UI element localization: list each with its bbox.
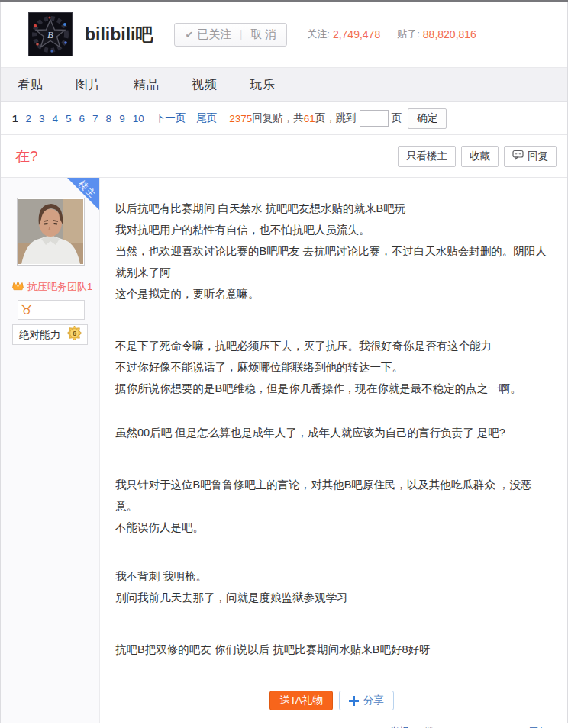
page-link-6[interactable]: 6 xyxy=(79,113,86,124)
pagination-bar: 1 2 3 4 5 6 7 8 9 10 下一页 尾页 2375 回复贴，共 6… xyxy=(1,102,567,135)
share-plus-icon xyxy=(349,696,359,706)
tab-games[interactable]: 玩乐 xyxy=(250,77,292,93)
post-block: 楼主 xyxy=(1,177,567,723)
avatar-image xyxy=(18,199,83,264)
followers-stat: 关注: 2,749,478 xyxy=(307,27,380,41)
author-name-row[interactable]: 抗压吧务团队1 xyxy=(11,279,92,294)
page-link-8[interactable]: 8 xyxy=(106,113,112,124)
unfollow-label: 取 消 xyxy=(250,27,276,42)
post-content: 以后抗吧有比赛期间 白天禁水 抗吧吧友想水贴的就来B吧玩 我对抗吧用户的粘性有自… xyxy=(100,178,567,723)
reply-button[interactable]: 回复 xyxy=(504,146,557,167)
tab-videos[interactable]: 视频 xyxy=(192,77,234,93)
page-link-2[interactable]: 2 xyxy=(26,113,32,124)
page-link-7[interactable]: 7 xyxy=(92,113,98,124)
tab-posts[interactable]: 看贴 xyxy=(18,77,60,93)
tab-featured[interactable]: 精品 xyxy=(134,77,176,93)
post-action-row: 送TA礼物 分享 xyxy=(115,691,548,710)
jump-label: 页，跳到 xyxy=(315,111,357,125)
post-paragraph: 以后抗吧有比赛期间 白天禁水 抗吧吧友想水贴的就来B吧玩 我对抗吧用户的粘性有自… xyxy=(115,198,548,304)
page-link-9[interactable]: 9 xyxy=(119,113,125,124)
member-badge[interactable]: ♉ xyxy=(18,300,85,320)
last-page-link[interactable]: 尾页 xyxy=(196,111,217,125)
level-star-icon: 6 xyxy=(66,325,82,344)
post-paragraph: 不是下了死命令嘛，抗吧必须压下去，灭了抗压。我很好奇你是否有这个能力 不过你好像… xyxy=(115,335,548,399)
favorite-label: 收藏 xyxy=(470,150,490,163)
post-paragraph: 我只针对于这位B吧鲁鲁修吧主的言论，对其他B吧原住民，以及其他吃瓜群众 ，没恶意… xyxy=(115,474,548,538)
reply-count-label: 回复贴，共 xyxy=(252,111,304,125)
favorite-button[interactable]: 收藏 xyxy=(461,146,499,167)
post-paragraph: 我不背刺 我明枪。 别问我前几天去那了，问就是度娘监狱参观学习 xyxy=(115,565,548,608)
post-paragraph: 抗吧B把双修的吧友 你们说以后 抗吧比赛期间水贴来B吧好8好呀 xyxy=(115,639,548,660)
author-name: 抗压吧务团队1 xyxy=(27,280,92,294)
svg-text:B: B xyxy=(47,29,53,40)
page-link-10[interactable]: 10 xyxy=(133,113,144,124)
speech-bubble-icon xyxy=(512,150,524,163)
thread-title-row: 在? 只看楼主 收藏 回复 xyxy=(1,135,567,177)
thread-title: 在? xyxy=(15,147,38,166)
only-author-button[interactable]: 只看楼主 xyxy=(398,146,456,167)
page-link-4[interactable]: 4 xyxy=(53,113,59,124)
forum-header: B bilibili吧 ✔ 已关注 ｜ 取 消 关注: 2,749,478 贴子… xyxy=(1,2,567,67)
title-badge[interactable]: 绝对能力 6 xyxy=(12,324,88,345)
member-badge-icon: ♉ xyxy=(21,304,32,317)
author-avatar[interactable] xyxy=(17,198,85,266)
tieba-thread-page: B bilibili吧 ✔ 已关注 ｜ 取 消 关注: 2,749,478 贴子… xyxy=(0,0,568,728)
share-button[interactable]: 分享 xyxy=(339,691,394,710)
title-badge-label: 绝对能力 xyxy=(19,328,60,342)
crown-icon xyxy=(11,279,24,294)
next-page-link[interactable]: 下一页 xyxy=(155,111,186,125)
forum-nav: 看贴 图片 精品 视频 玩乐 xyxy=(1,67,567,102)
followers-count: 2,749,478 xyxy=(333,28,380,40)
reply-count: 2375 xyxy=(229,113,252,124)
total-pages: 61 xyxy=(304,113,315,124)
page-suffix-label: 页 xyxy=(392,111,402,125)
only-author-label: 只看楼主 xyxy=(406,150,447,163)
current-page: 1 xyxy=(12,113,18,124)
forum-title: bilibili吧 xyxy=(85,23,153,47)
author-sidebar: 楼主 xyxy=(1,178,100,723)
reply-label: 回复 xyxy=(528,150,548,163)
forum-stats: 关注: 2,749,478 贴子: 88,820,816 xyxy=(307,27,476,41)
send-gift-button[interactable]: 送TA礼物 xyxy=(269,691,333,710)
confirm-jump-button[interactable]: 确定 xyxy=(408,108,447,129)
posts-stat: 贴子: 88,820,816 xyxy=(397,27,476,41)
thread-actions: 只看楼主 收藏 回复 xyxy=(398,146,557,167)
forum-logo-image: B xyxy=(29,13,72,56)
jump-page-input[interactable] xyxy=(360,110,389,127)
posts-label: 贴子: xyxy=(397,27,420,41)
posts-count: 88,820,816 xyxy=(423,28,476,40)
forum-logo[interactable]: B xyxy=(28,12,73,56)
post-paragraph: 虽然00后吧 但是怎么算也是成年人了，成年人就应该为自己的言行负责了 是吧? xyxy=(115,422,548,443)
svg-text:6: 6 xyxy=(73,329,76,337)
tab-images[interactable]: 图片 xyxy=(76,77,118,93)
followers-label: 关注: xyxy=(307,27,330,41)
share-label: 分享 xyxy=(363,694,384,707)
followed-label: 已关注 xyxy=(197,27,231,42)
check-icon: ✔ xyxy=(185,29,193,40)
follow-button[interactable]: ✔ 已关注 ｜ 取 消 xyxy=(174,23,287,47)
button-divider: ｜ xyxy=(235,27,247,41)
page-link-5[interactable]: 5 xyxy=(66,113,72,124)
page-link-3[interactable]: 3 xyxy=(39,113,45,124)
